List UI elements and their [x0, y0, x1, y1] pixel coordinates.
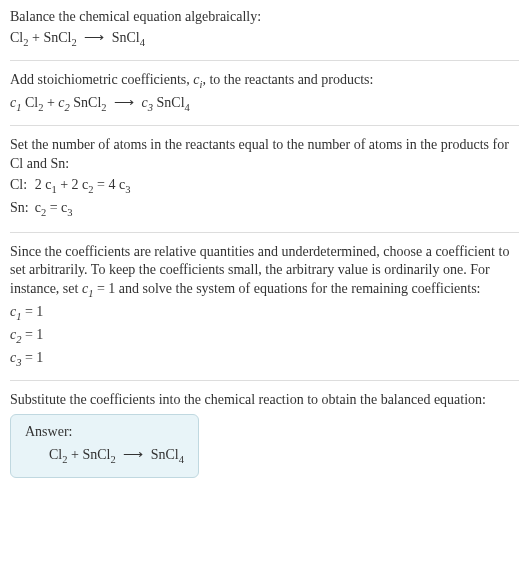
- step-atom-balance: Set the number of atoms in the reactants…: [10, 136, 519, 222]
- coeff-c1: c1: [10, 95, 21, 110]
- answer-label: Answer:: [25, 423, 184, 442]
- solution-row: c1 = 1: [10, 303, 519, 324]
- solution-row: c2 = 1: [10, 326, 519, 347]
- step5-text: Substitute the coefficients into the che…: [10, 391, 519, 410]
- step-add-coefficients: Add stoichiometric coefficients, ci, to …: [10, 71, 519, 115]
- divider: [10, 380, 519, 381]
- coeff-equation: c1 Cl2 + c2 SnCl2 ⟶ c3 SnCl4: [10, 94, 519, 115]
- step4-text: Since the coefficients are relative quan…: [10, 243, 519, 302]
- plus-sign: +: [28, 30, 43, 45]
- species-2: SnCl2: [73, 95, 106, 110]
- balanced-equation: Cl2 + SnCl2 ⟶ SnCl4: [25, 446, 184, 467]
- atom-label: Cl:: [10, 176, 35, 199]
- atom-balance-table: Cl: 2 c1 + 2 c2 = 4 c3 Sn: c2 = c3: [10, 176, 136, 222]
- reaction-arrow: ⟶: [80, 29, 108, 48]
- reaction-arrow: ⟶: [119, 446, 147, 465]
- species-1: Cl2: [25, 95, 43, 110]
- atom-equation: c2 = c3: [35, 199, 137, 222]
- table-row: Sn: c2 = c3: [10, 199, 136, 222]
- reactant-2: SnCl2: [43, 30, 76, 45]
- divider: [10, 232, 519, 233]
- species-3: SnCl4: [157, 95, 190, 110]
- coeff-c2: c2: [58, 95, 69, 110]
- divider: [10, 60, 519, 61]
- unbalanced-equation: Cl2 + SnCl2 ⟶ SnCl4: [10, 29, 519, 50]
- atom-label: Sn:: [10, 199, 35, 222]
- instruction-text: Balance the chemical equation algebraica…: [10, 8, 519, 27]
- plus-sign: +: [43, 95, 58, 110]
- solution-row: c3 = 1: [10, 349, 519, 370]
- problem-statement: Balance the chemical equation algebraica…: [10, 8, 519, 50]
- plus-sign: +: [67, 447, 82, 462]
- step-solve: Since the coefficients are relative quan…: [10, 243, 519, 371]
- coeff-c3: c3: [142, 95, 153, 110]
- product-1: SnCl4: [112, 30, 145, 45]
- divider: [10, 125, 519, 126]
- step2-text: Add stoichiometric coefficients, ci, to …: [10, 71, 519, 92]
- reaction-arrow: ⟶: [110, 94, 138, 113]
- solution-list: c1 = 1 c2 = 1 c3 = 1: [10, 303, 519, 370]
- step3-text: Set the number of atoms in the reactants…: [10, 136, 519, 174]
- answer-box: Answer: Cl2 + SnCl2 ⟶ SnCl4: [10, 414, 199, 478]
- step-substitute: Substitute the coefficients into the che…: [10, 391, 519, 478]
- reactant-1: Cl2: [10, 30, 28, 45]
- atom-equation: 2 c1 + 2 c2 = 4 c3: [35, 176, 137, 199]
- reactant-1: Cl2: [49, 447, 67, 462]
- table-row: Cl: 2 c1 + 2 c2 = 4 c3: [10, 176, 136, 199]
- product-1: SnCl4: [151, 447, 184, 462]
- reactant-2: SnCl2: [82, 447, 115, 462]
